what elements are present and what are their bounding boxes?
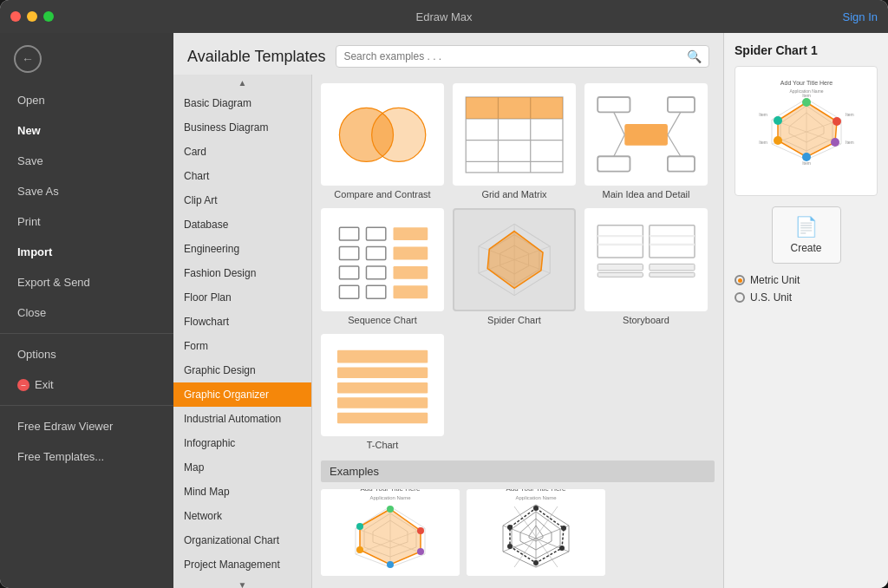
category-flowchart[interactable]: Flowchart <box>173 310 311 334</box>
category-floor-plan[interactable]: Floor Plan <box>173 285 311 310</box>
category-fashion-design[interactable]: Fashion Design <box>173 261 311 285</box>
template-thumb-tchart <box>321 334 444 436</box>
template-thumb-sequence <box>321 208 444 310</box>
right-panel-title: Spider Chart 1 <box>735 43 878 57</box>
minimize-window-button[interactable] <box>27 11 37 22</box>
example-2[interactable]: Add Your Title Here Application Name <box>467 489 605 576</box>
unit-metric[interactable]: Metric Unit <box>735 274 878 286</box>
category-map[interactable]: Map <box>173 455 311 480</box>
preview-svg: Add Your Title Here Application Name <box>741 75 872 187</box>
category-graphic-organizer[interactable]: Graphic Organizer <box>173 382 311 407</box>
exit-label: Exit <box>35 378 54 391</box>
template-spider-chart[interactable]: Spider Chart <box>453 208 576 324</box>
template-thumb-storyboard <box>584 208 708 310</box>
svg-rect-11 <box>624 124 668 146</box>
sidebar-item-export-send[interactable]: Export & Send <box>0 267 173 297</box>
sidebar-item-print[interactable]: Print <box>0 206 173 237</box>
category-engineering[interactable]: Engineering <box>173 237 311 261</box>
svg-point-69 <box>356 523 363 530</box>
close-window-button[interactable] <box>10 11 21 22</box>
category-project-management[interactable]: Project Management <box>173 552 311 577</box>
maximize-window-button[interactable] <box>43 11 54 22</box>
template-thumb-spider <box>453 208 576 310</box>
sidebar-item-new[interactable]: New <box>0 115 173 146</box>
sidebar-divider <box>0 333 173 334</box>
sidebar-back[interactable]: ← <box>0 33 173 85</box>
svg-rect-30 <box>393 266 428 279</box>
svg-line-18 <box>614 134 624 156</box>
search-icon: 🔍 <box>687 49 702 63</box>
svg-line-19 <box>668 134 681 156</box>
storyboard-svg <box>592 215 700 304</box>
example-1[interactable]: Add Your Title Here Application Name <box>321 489 460 576</box>
sidebar-item-save-as[interactable]: Save As <box>0 176 173 206</box>
category-basic-diagram[interactable]: Basic Diagram <box>173 91 311 115</box>
template-sequence-chart[interactable]: Sequence Chart <box>321 208 444 324</box>
category-business-diagram[interactable]: Business Diagram <box>173 115 311 140</box>
sidebar-item-open[interactable]: Open <box>0 85 173 115</box>
sidebar-item-import[interactable]: Import <box>0 237 173 267</box>
category-card[interactable]: Card <box>173 140 311 164</box>
middle-panel: Available Templates 🔍 ▲ Basic Diagram Bu… <box>173 33 723 588</box>
svg-text:Item: Item <box>846 140 854 145</box>
category-infographic[interactable]: Infographic <box>173 431 311 455</box>
category-industrial-automation[interactable]: Industrial Automation <box>173 407 311 431</box>
category-chart[interactable]: Chart <box>173 164 311 188</box>
category-graphic-design[interactable]: Graphic Design <box>173 358 311 382</box>
sidebar-item-save[interactable]: Save <box>0 146 173 176</box>
us-radio[interactable] <box>735 292 745 303</box>
template-thumb-grid <box>453 83 576 186</box>
app-window: Edraw Max Sign In ← Open New Save Save A… <box>0 0 888 588</box>
search-input[interactable] <box>343 50 687 62</box>
templates-grid-area: Compare and Contrast <box>312 75 723 588</box>
template-compare-contrast[interactable]: Compare and Contrast <box>321 83 444 199</box>
sidebar-item-options[interactable]: Options <box>0 339 173 369</box>
category-database[interactable]: Database <box>173 212 311 237</box>
sidebar-item-close[interactable]: Close <box>0 297 173 328</box>
svg-rect-15 <box>668 156 695 171</box>
examples-section: Examples Add Your Title Here Application… <box>321 461 715 576</box>
template-grid-matrix[interactable]: Grid and Matrix <box>453 83 576 199</box>
svg-rect-39 <box>597 225 643 258</box>
svg-marker-38 <box>487 232 543 289</box>
svg-rect-52 <box>337 398 428 408</box>
svg-text:Item: Item <box>759 112 767 117</box>
template-main-idea[interactable]: Main Idea and Detail <box>584 83 708 199</box>
svg-point-65 <box>417 527 424 534</box>
svg-point-68 <box>356 546 363 553</box>
template-t-chart[interactable]: T-Chart <box>321 334 444 450</box>
create-icon: 📄 <box>794 216 818 238</box>
template-label-sequence: Sequence Chart <box>348 315 417 325</box>
svg-rect-10 <box>531 97 563 119</box>
create-button[interactable]: 📄 Create <box>772 206 841 264</box>
svg-point-100 <box>832 117 841 126</box>
example-2-svg: Add Your Title Here Application Name <box>467 489 605 576</box>
metric-label: Metric Unit <box>750 274 800 286</box>
sign-in-link[interactable]: Sign In <box>843 10 878 23</box>
unit-us[interactable]: U.S. Unit <box>735 291 878 304</box>
back-button[interactable]: ← <box>14 45 42 73</box>
svg-line-17 <box>668 112 681 134</box>
category-network[interactable]: Network <box>173 504 311 528</box>
svg-point-85 <box>559 546 565 551</box>
svg-point-84 <box>561 526 566 531</box>
category-org-chart[interactable]: Organizational Chart <box>173 528 311 552</box>
spider-svg <box>460 215 568 304</box>
sidebar-item-free-templates[interactable]: Free Templates... <box>0 441 173 472</box>
svg-rect-26 <box>366 266 385 279</box>
svg-rect-14 <box>597 156 630 171</box>
sidebar-item-free-viewer[interactable]: Free Edraw Viewer <box>0 411 173 441</box>
scroll-down-btn[interactable]: ▼ <box>173 577 311 588</box>
metric-radio[interactable] <box>735 275 745 285</box>
category-mind-map[interactable]: Mind Map <box>173 480 311 504</box>
svg-point-66 <box>417 548 424 555</box>
svg-point-88 <box>507 525 513 530</box>
category-clip-art[interactable]: Clip Art <box>173 188 311 212</box>
us-label: U.S. Unit <box>750 291 792 304</box>
templates-header: Available Templates 🔍 <box>173 33 723 75</box>
scroll-up-btn[interactable]: ▲ <box>173 75 311 91</box>
svg-text:Item: Item <box>802 93 811 98</box>
template-storyboard[interactable]: Storyboard <box>584 208 708 324</box>
category-form[interactable]: Form <box>173 334 311 358</box>
sidebar-item-exit[interactable]: – Exit <box>0 369 173 400</box>
